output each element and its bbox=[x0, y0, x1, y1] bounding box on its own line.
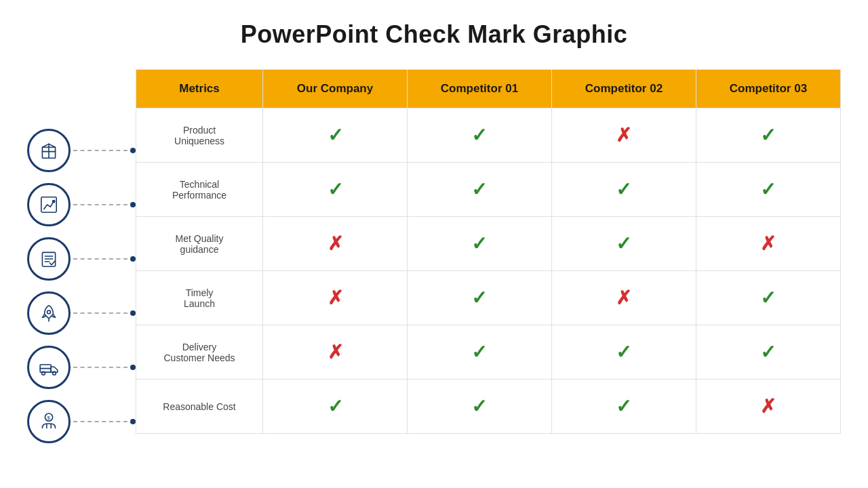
table-row: DeliveryCustomer Needs✗✓✓✓ bbox=[136, 325, 841, 380]
table-row: TechnicalPerformance✓✓✓✓ bbox=[136, 163, 841, 217]
header-competitor-02: Competitor 02 bbox=[551, 70, 696, 108]
box-icon bbox=[27, 129, 71, 172]
dot-1 bbox=[130, 148, 136, 153]
value-cell: ✓ bbox=[551, 217, 696, 271]
value-cell: ✓ bbox=[696, 325, 840, 380]
icon-row-2 bbox=[27, 178, 136, 232]
value-cell: ✓ bbox=[696, 271, 840, 325]
value-cell: ✓ bbox=[263, 163, 408, 217]
value-cell: ✓ bbox=[408, 217, 552, 271]
header-competitor-03: Competitor 03 bbox=[696, 70, 840, 108]
table-row: Reasonable Cost✓✓✓✗ bbox=[136, 380, 841, 434]
dot-4 bbox=[130, 310, 136, 316]
metric-cell: DeliveryCustomer Needs bbox=[136, 325, 263, 380]
cost-icon: $ bbox=[27, 400, 71, 443]
icon-row-4 bbox=[27, 286, 136, 340]
svg-point-4 bbox=[53, 201, 55, 203]
metric-cell: Reasonable Cost bbox=[136, 380, 263, 434]
table-header-row: Metrics Our Company Competitor 01 Compet… bbox=[136, 70, 841, 108]
value-cell: ✗ bbox=[263, 271, 408, 325]
value-cell: ✗ bbox=[551, 271, 696, 325]
table-row: ProductUniqueness✓✓✗✓ bbox=[136, 108, 841, 163]
table-wrapper: Metrics Our Company Competitor 01 Compet… bbox=[136, 69, 841, 434]
dot-2 bbox=[130, 202, 136, 207]
icon-row-1 bbox=[27, 123, 136, 178]
value-cell: ✓ bbox=[263, 380, 408, 434]
chart-icon bbox=[27, 183, 71, 226]
value-cell: ✗ bbox=[696, 380, 840, 434]
table-row: Met Qualityguidance✗✓✓✗ bbox=[136, 217, 841, 271]
value-cell: ✓ bbox=[408, 325, 552, 380]
value-cell: ✗ bbox=[263, 325, 408, 380]
metric-cell: Met Qualityguidance bbox=[136, 217, 263, 271]
icons-column: $ bbox=[27, 123, 136, 449]
svg-point-9 bbox=[47, 310, 51, 314]
value-cell: ✗ bbox=[551, 108, 696, 163]
value-cell: ✓ bbox=[408, 271, 552, 325]
dashed-line-6 bbox=[73, 421, 127, 422]
value-cell: ✓ bbox=[408, 163, 552, 217]
value-cell: ✓ bbox=[408, 380, 552, 434]
value-cell: ✓ bbox=[551, 325, 696, 380]
icon-row-5 bbox=[27, 340, 136, 394]
quality-icon bbox=[27, 237, 71, 281]
svg-text:$: $ bbox=[47, 415, 51, 421]
svg-rect-3 bbox=[41, 197, 56, 212]
value-cell: ✗ bbox=[696, 217, 840, 271]
value-cell: ✓ bbox=[263, 108, 408, 163]
value-cell: ✓ bbox=[696, 163, 840, 217]
value-cell: ✓ bbox=[551, 380, 696, 434]
icon-row-6: $ bbox=[27, 394, 136, 449]
table-row: TimelyLaunch✗✓✗✓ bbox=[136, 271, 841, 325]
dashed-line-4 bbox=[73, 312, 127, 314]
dot-6 bbox=[130, 419, 136, 424]
value-cell: ✓ bbox=[551, 163, 696, 217]
dashed-line-2 bbox=[73, 204, 127, 205]
header-metrics: Metrics bbox=[136, 70, 263, 108]
header-competitor-01: Competitor 01 bbox=[408, 70, 552, 108]
dashed-line-5 bbox=[73, 367, 127, 368]
dot-5 bbox=[130, 365, 136, 370]
dot-3 bbox=[130, 256, 136, 262]
comparison-table: Metrics Our Company Competitor 01 Compet… bbox=[136, 69, 841, 434]
main-content: $ Metrics Our Company Competitor 01 Comp… bbox=[27, 69, 841, 449]
page-title: PowerPoint Check Mark Graphic bbox=[241, 20, 628, 49]
metric-cell: ProductUniqueness bbox=[136, 108, 263, 163]
value-cell: ✓ bbox=[696, 108, 840, 163]
header-our-company: Our Company bbox=[263, 70, 408, 108]
metric-cell: TechnicalPerformance bbox=[136, 163, 263, 217]
icon-row-3 bbox=[27, 232, 136, 286]
launch-icon bbox=[27, 291, 71, 335]
metric-cell: TimelyLaunch bbox=[136, 271, 263, 325]
value-cell: ✓ bbox=[408, 108, 552, 163]
value-cell: ✗ bbox=[263, 217, 408, 271]
dashed-line-3 bbox=[73, 258, 127, 260]
delivery-icon bbox=[27, 346, 71, 389]
dashed-line-1 bbox=[73, 150, 127, 151]
